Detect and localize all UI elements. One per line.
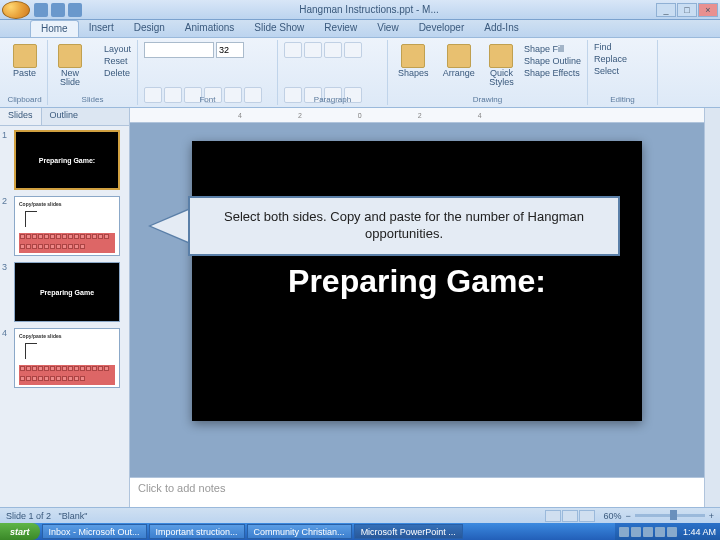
quick-styles-button[interactable]: Quick Styles (485, 42, 518, 103)
thumbnail-list: 1Preparing Game:2Copy/paste slides3Prepa… (0, 126, 129, 398)
tab-developer[interactable]: Developer (409, 20, 475, 37)
start-button[interactable]: start (0, 523, 40, 540)
tab-animations[interactable]: Animations (175, 20, 244, 37)
bullets-button[interactable] (284, 42, 302, 58)
arrange-icon (447, 44, 471, 68)
shape-effects-button[interactable]: Shape Effects (524, 68, 581, 78)
group-paragraph: Paragraph (278, 40, 388, 105)
layout-button[interactable]: Layout (104, 44, 131, 54)
vertical-scrollbar[interactable] (704, 108, 720, 507)
indent-inc-button[interactable] (344, 42, 362, 58)
group-drawing: Shapes Arrange Quick Styles Shape Fill S… (388, 40, 588, 105)
redo-icon[interactable] (68, 3, 82, 17)
tab-view[interactable]: View (367, 20, 409, 37)
taskbar-item[interactable]: Important struction... (149, 524, 245, 539)
minimize-button[interactable]: _ (656, 3, 676, 17)
group-clipboard: Paste Clipboard (2, 40, 48, 105)
horizontal-ruler: 42024 (130, 108, 704, 123)
slide-thumbnail[interactable]: 4Copy/paste slides (4, 328, 125, 388)
normal-view-button[interactable] (545, 510, 561, 522)
quick-access-toolbar (34, 3, 82, 17)
tray-icon[interactable] (667, 527, 677, 537)
numbering-button[interactable] (304, 42, 322, 58)
instruction-callout: Select both sides. Copy and paste for th… (148, 196, 620, 256)
slide-thumbnail[interactable]: 3Preparing Game (4, 262, 125, 322)
indent-dec-button[interactable] (324, 42, 342, 58)
windows-taskbar: start Inbox - Microsoft Out... Important… (0, 523, 720, 540)
zoom-value: 60% (603, 511, 621, 521)
tab-design[interactable]: Design (124, 20, 175, 37)
tray-icon[interactable] (631, 527, 641, 537)
slide-thumbnail[interactable]: 1Preparing Game: (4, 130, 125, 190)
callout-text: Select both sides. Copy and paste for th… (188, 196, 620, 256)
delete-button[interactable]: Delete (104, 68, 131, 78)
shapes-icon (401, 44, 425, 68)
slides-tab[interactable]: Slides (0, 108, 42, 125)
system-tray: 1:44 AM (615, 523, 720, 540)
reset-button[interactable]: Reset (104, 56, 131, 66)
save-icon[interactable] (34, 3, 48, 17)
tab-insert[interactable]: Insert (79, 20, 124, 37)
zoom-out-button[interactable]: − (625, 511, 630, 521)
shapes-button[interactable]: Shapes (394, 42, 433, 103)
tray-icon[interactable] (619, 527, 629, 537)
slide-canvas[interactable]: Preparing Game: (192, 141, 642, 421)
tray-icon[interactable] (655, 527, 665, 537)
taskbar-item[interactable]: Community Christian... (247, 524, 352, 539)
close-button[interactable]: × (698, 3, 718, 17)
notes-pane[interactable]: Click to add notes (130, 477, 704, 507)
shape-fill-button[interactable]: Shape Fill (524, 44, 581, 54)
window-title: Hangman Instructions.ppt - M... (82, 4, 656, 15)
shape-outline-button[interactable]: Shape Outline (524, 56, 581, 66)
find-button[interactable]: Find (594, 42, 651, 52)
ribbon: Paste Clipboard New Slide Layout Reset D… (0, 38, 720, 108)
sorter-view-button[interactable] (562, 510, 578, 522)
slide-editor[interactable]: Preparing Game: (130, 123, 704, 477)
taskbar-item[interactable]: Microsoft PowerPoint ... (354, 524, 463, 539)
tab-home[interactable]: Home (30, 20, 79, 37)
slideshow-view-button[interactable] (579, 510, 595, 522)
font-name-input[interactable] (144, 42, 214, 58)
outline-tab[interactable]: Outline (42, 108, 87, 125)
paste-icon (13, 44, 37, 68)
maximize-button[interactable]: □ (677, 3, 697, 17)
tab-review[interactable]: Review (314, 20, 367, 37)
replace-button[interactable]: Replace (594, 54, 651, 64)
undo-icon[interactable] (51, 3, 65, 17)
clock[interactable]: 1:44 AM (683, 527, 716, 537)
zoom-in-button[interactable]: + (709, 511, 714, 521)
title-bar: Hangman Instructions.ppt - M... _ □ × (0, 0, 720, 20)
slides-pane: Slides Outline 1Preparing Game:2Copy/pas… (0, 108, 130, 507)
slide-indicator: Slide 1 of 2 (6, 511, 51, 521)
tab-slideshow[interactable]: Slide Show (244, 20, 314, 37)
select-button[interactable]: Select (594, 66, 651, 76)
group-font: Font (138, 40, 278, 105)
tray-icon[interactable] (643, 527, 653, 537)
theme-indicator: "Blank" (59, 511, 88, 521)
new-slide-button[interactable]: New Slide (54, 42, 86, 103)
taskbar-item[interactable]: Inbox - Microsoft Out... (42, 524, 147, 539)
slide-title[interactable]: Preparing Game: (288, 263, 546, 300)
status-bar: Slide 1 of 2 "Blank" 60% − + (0, 507, 720, 523)
group-editing: Find Replace Select Editing (588, 40, 658, 105)
office-button[interactable] (2, 1, 30, 19)
font-size-input[interactable] (216, 42, 244, 58)
slide-thumbnail[interactable]: 2Copy/paste slides (4, 196, 125, 256)
tab-addins[interactable]: Add-Ins (474, 20, 528, 37)
group-slides: New Slide Layout Reset Delete Slides (48, 40, 138, 105)
arrange-button[interactable]: Arrange (439, 42, 479, 103)
zoom-slider[interactable] (635, 514, 705, 517)
ribbon-tabs: Home Insert Design Animations Slide Show… (0, 20, 720, 38)
paste-button[interactable]: Paste (8, 42, 41, 80)
new-slide-icon (58, 44, 82, 68)
quick-styles-icon (489, 44, 513, 68)
